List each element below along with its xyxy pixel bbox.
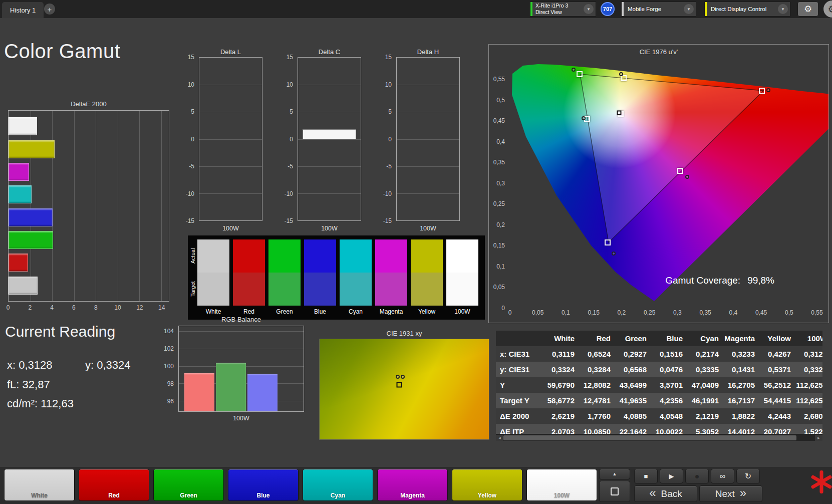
cie-1976-diagram: Gamut Coverage: 99,8%: [510, 56, 828, 308]
patch-button-yellow[interactable]: Yellow: [452, 469, 522, 501]
play-button[interactable]: ▶: [660, 469, 683, 483]
y-tick-label: 96: [167, 398, 174, 405]
value-cell: 0,4267: [758, 346, 794, 362]
value-cell: 4,0548: [650, 408, 686, 424]
patch-button-red[interactable]: Red: [79, 469, 149, 501]
gamut-coverage-value: 99,8%: [747, 275, 774, 286]
table-row: y: CIE310,33240,32840,65680,04760,33350,…: [496, 362, 822, 377]
value-cell: 4,2443: [758, 408, 794, 424]
row-label: Y: [496, 377, 542, 393]
display-control-dropdown[interactable]: Direct Display Control ▼: [704, 2, 790, 17]
pattern-window-button[interactable]: [599, 481, 630, 502]
table-row: Y59,679012,808243,64993,570147,040916,27…: [496, 377, 822, 393]
patch-button-white[interactable]: White: [4, 469, 75, 501]
partial-toolbar-button[interactable]: ⚙: [823, 1, 832, 18]
table-horizontal-scrollbar[interactable]: ◄ ►: [496, 434, 822, 441]
settings-button[interactable]: ⚙: [797, 2, 818, 17]
gear-icon: ⚙: [804, 4, 812, 15]
pattern-window-up-button[interactable]: ▲: [599, 469, 630, 479]
gamut-triangle: [510, 56, 828, 308]
y-tick-label: 10: [287, 81, 293, 88]
table-header-row: WhiteRedGreenBlueCyanMagentaYellow100W: [496, 331, 822, 346]
y-tick-label: 15: [385, 54, 392, 61]
meter-dropdown[interactable]: X-Rite i1Pro 3 Direct View ▼: [530, 2, 596, 17]
chevron-down-icon[interactable]: ▼: [684, 4, 694, 14]
gridline: [199, 193, 262, 194]
patch-button-100w[interactable]: 100W: [526, 469, 597, 501]
delta-e-x-axis: 02468101214: [8, 304, 169, 312]
y-tick-label: 98: [167, 380, 174, 387]
value-cell: 16,2705: [722, 377, 758, 393]
rgb-bar-red: [184, 373, 214, 411]
patch-actual-swatch: [411, 239, 443, 273]
patch-button-label: Yellow: [452, 492, 522, 499]
gridline: [298, 193, 361, 194]
delta-e-2000-chart: [8, 110, 169, 302]
column-header: Cyan: [686, 331, 722, 346]
record-button[interactable]: ●: [685, 469, 709, 483]
x-tick-label: 0,25: [644, 309, 655, 316]
rgb-balance-title: RGB Balance: [178, 316, 304, 323]
delta-e-bar-blue: [9, 208, 53, 226]
reading-y: y: 0,3324: [85, 359, 131, 372]
x-tick-label: 0,15: [588, 309, 600, 316]
measurement-count-badge[interactable]: 707: [601, 2, 615, 16]
column-header: 100W: [794, 331, 822, 346]
link-icon: ∞: [720, 472, 725, 480]
patch-button-blue[interactable]: Blue: [228, 469, 299, 501]
chart-plot: [298, 57, 361, 221]
patch-button-green[interactable]: Green: [153, 469, 224, 501]
gridline: [397, 85, 459, 85]
x-axis-label: 100W: [298, 225, 361, 232]
record-icon: ●: [695, 472, 700, 480]
value-cell: 0,3335: [686, 362, 722, 377]
value-cell: 112,6257: [794, 393, 822, 408]
gridline: [397, 139, 459, 140]
patch-button-label: 100W: [527, 492, 597, 499]
add-tab-button[interactable]: +: [44, 4, 55, 15]
bar-row: [9, 163, 169, 181]
cie-1976-title: CIE 1976 u'v': [489, 48, 828, 56]
pattern-source-dropdown[interactable]: Mobile Forge ▼: [621, 2, 696, 17]
patch-button-label: Green: [154, 492, 223, 499]
up-arrow-icon: ▲: [613, 472, 617, 476]
patch-button-cyan[interactable]: Cyan: [303, 469, 373, 501]
back-button[interactable]: « Back: [634, 485, 697, 502]
patch-label: Magenta: [375, 306, 407, 318]
chevron-down-icon[interactable]: ▼: [778, 4, 788, 14]
y-tick-label: 5: [290, 108, 293, 115]
delta-h-chart: Delta H 151050-5-10-15 100W: [378, 48, 463, 234]
y-tick-label: 10: [188, 81, 194, 88]
bar-row: [9, 254, 169, 272]
gear-icon: ⚙: [827, 4, 832, 15]
value-cell: 4,0885: [614, 408, 650, 424]
patch-column-magenta: Magenta: [375, 239, 407, 318]
tab-history-1[interactable]: History 1: [2, 2, 44, 18]
y-tick-label: 0,15: [493, 242, 505, 249]
patch-column-cyan: Cyan: [340, 239, 372, 318]
patch-label: Yellow: [411, 306, 443, 318]
next-button[interactable]: Next »: [699, 485, 762, 502]
chart-plot: [199, 57, 262, 221]
measured-marker-yellow: [619, 72, 623, 76]
value-cell: 0,6524: [578, 346, 614, 362]
scroll-right-button[interactable]: ►: [815, 435, 822, 441]
scroll-left-button[interactable]: ◄: [496, 435, 503, 441]
patch-target-swatch: [233, 273, 265, 306]
stop-button[interactable]: ■: [634, 469, 658, 483]
rgb-bar-blue: [247, 374, 278, 411]
bottom-control-bar: WhiteRedGreenBlueCyanMagentaYellow100W ▲…: [0, 467, 832, 504]
value-cell: 59,6790: [542, 377, 578, 393]
value-cell: 0,6568: [614, 362, 650, 377]
target-marker-green: [577, 71, 583, 77]
reading-cd: cd/m²: 112,63: [7, 397, 74, 410]
value-cell: 0,3119: [542, 346, 578, 362]
link-button[interactable]: ∞: [711, 469, 734, 483]
chart-title: Delta C: [298, 48, 361, 56]
scrollbar-thumb[interactable]: [503, 435, 796, 440]
patch-button-magenta[interactable]: Magenta: [377, 469, 448, 501]
rgb-bar-green: [216, 363, 246, 411]
chevron-down-icon[interactable]: ▼: [584, 4, 594, 14]
refresh-button[interactable]: ↻: [736, 469, 760, 483]
y-tick-label: 0,35: [493, 159, 505, 166]
